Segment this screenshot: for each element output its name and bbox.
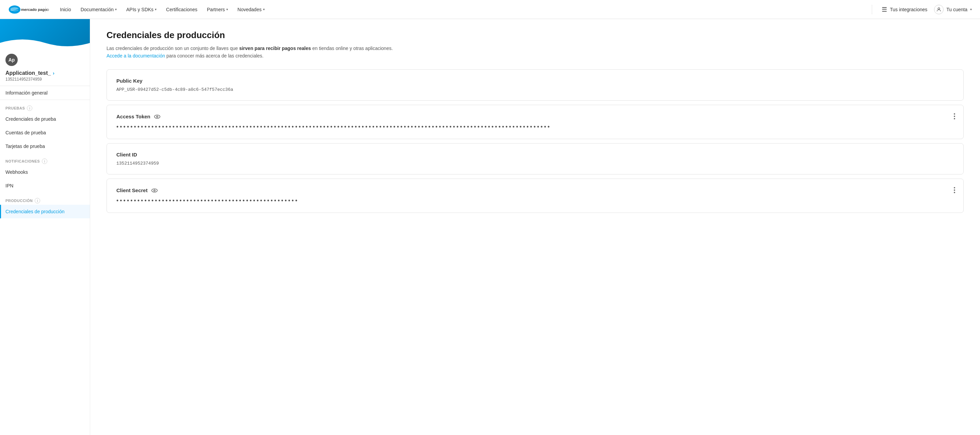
nav-documentacion[interactable]: Documentación ▾ [81, 7, 117, 12]
eye-icon[interactable] [151, 187, 158, 194]
main-layout: Ap Application_test_ › 1352114952374959 … [0, 19, 980, 435]
doc-link[interactable]: Accede a la documentación [107, 53, 165, 59]
sidebar-header [0, 19, 90, 50]
nav-apis-sdks[interactable]: APIs y SDKs ▾ [126, 7, 156, 12]
nav-links: Inicio Documentación ▾ APIs y SDKs ▾ Cer… [60, 7, 869, 12]
nav-certificaciones[interactable]: Certificaciones [166, 7, 197, 12]
svg-point-5 [154, 115, 160, 118]
chevron-down-icon: ▾ [263, 8, 265, 11]
access-token-label: Access Token [116, 113, 954, 120]
sidebar: Ap Application_test_ › 1352114952374959 … [0, 19, 90, 435]
topnav-right: ☰ Tus integraciones Tu cuenta ▾ [869, 5, 972, 14]
sidebar-section-pruebas: PRUEBAS i [0, 100, 90, 112]
svg-point-7 [151, 189, 157, 192]
svg-text:Developers: Developers [47, 8, 49, 11]
sidebar-wave [0, 36, 90, 50]
sidebar-item-credenciales-prueba[interactable]: Credenciales de prueba [0, 112, 90, 126]
sidebar-section-notificaciones: NOTIFICACIONES i [0, 153, 90, 165]
public-key-value: APP_USR-09427d52-c5db-4c89-a0c6-547f57ec… [116, 87, 954, 92]
more-dot [954, 187, 955, 189]
info-icon[interactable]: i [35, 198, 40, 203]
public-key-card: Public Key APP_USR-09427d52-c5db-4c89-a0… [107, 69, 964, 101]
nav-inicio[interactable]: Inicio [60, 7, 71, 12]
more-dot [954, 189, 955, 191]
menu-icon: ☰ [882, 6, 887, 13]
more-menu-button[interactable] [953, 186, 956, 195]
sidebar-item-general[interactable]: Información general [0, 86, 90, 100]
more-dot [954, 118, 955, 119]
svg-point-4 [938, 8, 940, 9]
svg-point-8 [154, 190, 155, 191]
avatar: Ap [5, 54, 18, 66]
more-menu-button[interactable] [953, 112, 956, 121]
info-icon[interactable]: i [42, 159, 47, 164]
chevron-down-icon: ▾ [115, 8, 117, 11]
mercadopago-logo: mercado pago Developers [8, 4, 49, 15]
app-id: 1352114952374959 [0, 77, 90, 86]
client-id-card: Client ID 1352114952374959 [107, 143, 964, 175]
sidebar-section-produccion: PRODUCCIÓN i [0, 192, 90, 205]
sidebar-item-webhooks[interactable]: Webhooks [0, 165, 90, 179]
sidebar-item-tarjetas-prueba[interactable]: Tarjetas de prueba [0, 140, 90, 153]
more-dot [954, 116, 955, 117]
account-icon [934, 5, 943, 14]
logo-area[interactable]: mercado pago Developers [8, 4, 49, 15]
account-button[interactable]: Tu cuenta ▾ [934, 5, 972, 14]
chevron-down-icon: ▾ [970, 8, 972, 11]
svg-text:mercado pago: mercado pago [21, 8, 47, 11]
page-description: Las credenciales de producción son un co… [107, 44, 399, 60]
client-id-label: Client ID [116, 152, 954, 157]
sidebar-item-ipn[interactable]: IPN [0, 179, 90, 192]
client-secret-label: Client Secret [116, 187, 954, 194]
client-id-value: 1352114952374959 [116, 161, 954, 166]
chevron-right-icon: › [53, 70, 54, 76]
chevron-down-icon: ▾ [155, 8, 156, 11]
more-dot [954, 192, 955, 193]
public-key-label: Public Key [116, 78, 954, 84]
main-content: Credenciales de producción Las credencia… [90, 19, 980, 435]
svg-point-6 [156, 116, 158, 117]
access-token-value: ••••••••••••••••••••••••••••••••••••••••… [116, 124, 954, 130]
client-secret-card: Client Secret ••••••••••••••••••••••••••… [107, 179, 964, 213]
eye-icon[interactable] [154, 113, 161, 120]
sidebar-item-cuentas-prueba[interactable]: Cuentas de prueba [0, 126, 90, 140]
chevron-down-icon: ▾ [226, 8, 228, 11]
nav-novedades[interactable]: Novedades ▾ [237, 7, 265, 12]
nav-partners[interactable]: Partners ▾ [207, 7, 228, 12]
integrations-button[interactable]: ☰ Tus integraciones [882, 6, 927, 13]
info-icon[interactable]: i [27, 105, 32, 111]
page-title: Credenciales de producción [107, 30, 964, 40]
client-secret-value: ••••••••••••••••••••••••••••••••••••••••… [116, 197, 954, 205]
top-navigation: mercado pago Developers Inicio Documenta… [0, 0, 980, 19]
app-name[interactable]: Application_test_ › [0, 67, 90, 77]
access-token-card: Access Token •••••••••••••••••••••••••••… [107, 105, 964, 139]
more-dot [954, 113, 955, 114]
sidebar-item-credenciales-produccion[interactable]: Credenciales de producción [0, 205, 90, 218]
